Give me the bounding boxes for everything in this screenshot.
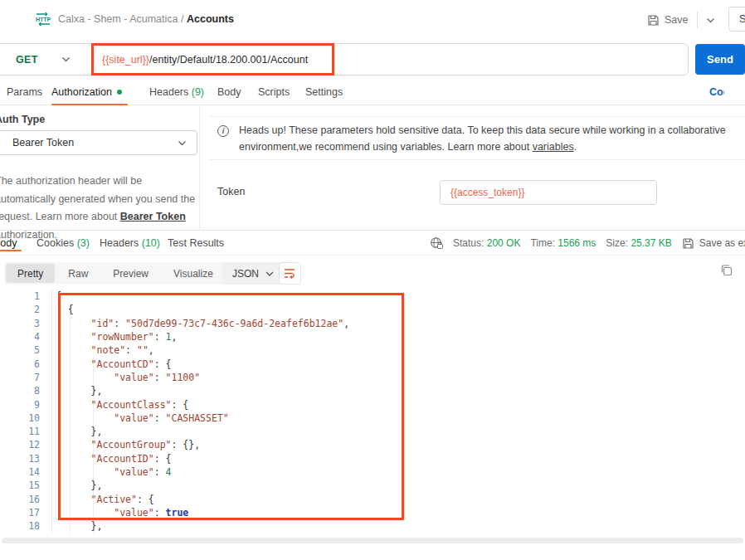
view-raw-button[interactable]: Raw	[56, 264, 100, 283]
token-input[interactable]	[440, 180, 657, 205]
status-item: Status: 200 OK	[453, 237, 520, 249]
tab-headers[interactable]: Headers (9)	[149, 86, 204, 98]
tab-settings[interactable]: Settings	[305, 86, 343, 98]
send-button[interactable]: Send	[695, 44, 745, 75]
code-line: 15 },	[0, 479, 745, 492]
code-line: 8 },	[0, 384, 745, 397]
line-number: 3	[0, 318, 40, 329]
code-line: 3 "id": "50d7de99-73c7-436c-9a6d-2eafef6…	[0, 317, 745, 330]
format-chevron-icon	[265, 271, 274, 276]
line-number: 17	[0, 507, 40, 519]
code-line: 18 },	[0, 519, 745, 533]
method-selector[interactable]: GET	[0, 54, 90, 66]
variables-link[interactable]: variables	[533, 141, 574, 153]
code-line: 13 "AccountID": {	[0, 452, 745, 465]
status-value: 200 OK	[487, 237, 521, 249]
time-value: 1566 ms	[558, 237, 596, 249]
save-button-group: Save	[647, 10, 715, 30]
line-number: 1	[0, 290, 40, 302]
code-line: 7 "value": "1100"	[0, 371, 745, 384]
info-icon: i	[217, 125, 229, 137]
code-line: 11 },	[0, 425, 745, 438]
save-options-chevron-icon[interactable]	[706, 17, 715, 23]
request-header-bar: HTTP Calxa - Shem - Acumatica / Accounts…	[0, 0, 745, 38]
view-visualize-button[interactable]: Visualize	[162, 264, 225, 283]
line-number: 5	[0, 344, 40, 356]
size-value: 25.37 KB	[631, 237, 671, 249]
url-path: /entity/Default/18.200.001/Account	[149, 54, 308, 66]
save-icon[interactable]	[647, 14, 660, 27]
horizontal-scrollbar[interactable]	[2, 538, 743, 543]
postman-app-window: HTTP Calxa - Shem - Acumatica / Accounts…	[0, 0, 745, 560]
tab-authorization[interactable]: Authorization	[51, 86, 122, 98]
save-icon	[682, 237, 694, 250]
globe-lock-icon[interactable]	[430, 236, 443, 250]
size-item: Size: 25.37 KB	[606, 237, 671, 249]
line-number: 11	[0, 426, 40, 437]
line-number: 10	[0, 412, 40, 424]
format-value: JSON	[232, 268, 259, 280]
code-line: 1[	[0, 290, 745, 303]
response-view-switcher: Pretty Raw Preview Visualize	[4, 262, 226, 285]
save-button[interactable]: Save	[665, 14, 689, 26]
response-tab-cookies[interactable]: Cookies (3)	[37, 237, 90, 249]
code-line: 16 "Active": {	[0, 492, 745, 505]
svg-text:HTTP: HTTP	[36, 17, 51, 22]
breadcrumb-request-name: Accounts	[187, 13, 234, 25]
request-tabs: Params Authorization Headers (9) Body Sc…	[0, 81, 745, 105]
tab-body[interactable]: Body	[217, 86, 241, 98]
save-as-example-button[interactable]: Save as example	[682, 237, 745, 250]
cookies-link[interactable]: Cookies	[709, 86, 724, 98]
breadcrumb-collection[interactable]: Calxa - Shem - Acumatica	[58, 13, 178, 25]
auth-type-value: Bearer Token	[12, 137, 74, 149]
line-number: 2	[0, 304, 40, 315]
share-button[interactable]: Share	[728, 7, 745, 32]
url-variable: {{site_url}}	[102, 54, 149, 66]
line-number: 12	[0, 439, 40, 450]
token-label: Token	[217, 186, 245, 197]
http-method-icon: HTTP	[33, 11, 53, 27]
copy-icon[interactable]	[720, 264, 733, 277]
url-input[interactable]: {{site_url}}/entity/Default/18.200.001/A…	[102, 54, 308, 66]
divider	[0, 230, 745, 231]
auth-type-chevron-icon	[178, 140, 187, 146]
code-line: 12 "AccountGroup": {},	[0, 438, 745, 451]
active-tab-underline	[51, 104, 128, 106]
warning-text-line2: environment,we recommend using variables…	[239, 141, 577, 153]
line-number: 4	[0, 331, 40, 343]
breadcrumb-separator: /	[181, 13, 187, 25]
divider	[697, 12, 698, 28]
auth-configured-dot	[117, 90, 122, 95]
response-tab-body[interactable]: Body	[0, 237, 17, 249]
line-number: 15	[0, 480, 40, 491]
active-response-tab-underline	[0, 250, 22, 252]
code-line: 6 "AccountCD": {	[0, 357, 745, 370]
line-number: 8	[0, 385, 40, 397]
wrap-lines-icon[interactable]	[279, 262, 301, 285]
code-line: 2 {	[0, 303, 745, 316]
tab-params[interactable]: Params	[7, 86, 42, 98]
code-line: 17 "value": true	[0, 506, 745, 519]
bearer-token-link[interactable]: Bearer Token	[120, 211, 186, 222]
line-number: 18	[0, 520, 40, 532]
format-select[interactable]: JSON	[222, 262, 284, 285]
view-preview-button[interactable]: Preview	[101, 264, 160, 283]
request-url-bar: GET {{site_url}}/entity/Default/18.200.0…	[0, 43, 689, 75]
code-line: 9 "AccountClass": {	[0, 397, 745, 411]
response-body-json[interactable]: 1[2 {3 "id": "50d7de99-73c7-436c-9a6d-2e…	[0, 290, 745, 533]
code-line: 5 "note": "",	[0, 343, 745, 357]
response-tab-test-results[interactable]: Test Results	[168, 237, 224, 249]
auth-type-label: Auth Type	[0, 114, 45, 125]
response-tab-headers[interactable]: Headers (10)	[100, 237, 160, 249]
line-number: 13	[0, 453, 40, 465]
line-number: 7	[0, 372, 40, 383]
tab-scripts[interactable]: Scripts	[258, 86, 290, 98]
code-line: 10 "value": "CASHASSET"	[0, 411, 745, 425]
warning-text-line1: Heads up! These parameters hold sensitiv…	[239, 124, 726, 136]
response-status-bar: Status: 200 OK Time: 1566 ms Size: 25.37…	[430, 236, 745, 250]
line-number: 9	[0, 399, 40, 411]
auth-type-select[interactable]: Bearer Token	[0, 130, 197, 155]
view-pretty-button[interactable]: Pretty	[6, 264, 55, 283]
method-label: GET	[16, 54, 38, 66]
sensitive-data-warning: i Heads up! These parameters hold sensit…	[209, 116, 745, 160]
